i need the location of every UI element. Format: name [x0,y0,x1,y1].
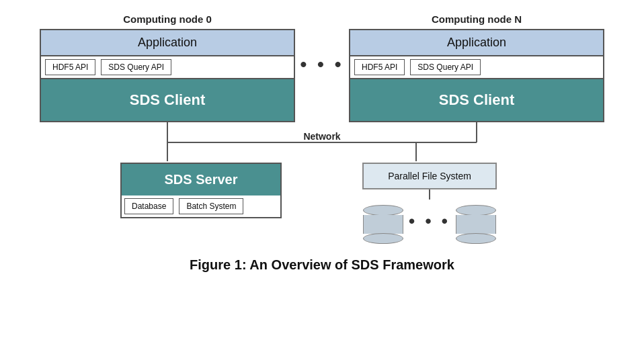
nodeN-app: Application [350,30,603,56]
nodeN-box: Application HDF5 API SDS Query API SDS C… [349,29,604,122]
sds-server-label: SDS Server [122,164,280,195]
server-sub1: Database [124,198,173,214]
cylinder-left [363,205,403,244]
top-row: Computing node 0 Application HDF5 API SD… [20,13,624,122]
nodeN-label: Computing node N [432,13,522,25]
node0-api2: SDS Query API [101,59,171,75]
node0-label: Computing node 0 [123,13,212,25]
node0-box: Application HDF5 API SDS Query API SDS C… [40,29,295,122]
storage-row: • • • [335,205,524,244]
figure-caption: Figure 1: An Overview of SDS Framework [190,257,454,273]
cyl-right-bottom [456,233,496,244]
nodeN-client: SDS Client [350,79,603,121]
middle-dots: • • • [295,13,349,75]
pfs-block: Parallel File System • • • [335,163,524,244]
cyl-left-top [363,205,403,216]
node0-client: SDS Client [41,79,294,121]
computing-node-0: Computing node 0 Application HDF5 API SD… [40,13,295,122]
server-sub2: Batch System [179,198,243,214]
svg-text:Network: Network [303,131,340,142]
nodeN-api2: SDS Query API [410,59,481,75]
pfs-connector [429,189,430,200]
sds-server-block: SDS Server Database Batch System [120,163,282,218]
nodeN-api-row: HDF5 API SDS Query API [350,56,603,79]
cyl-right-body [456,215,496,234]
node0-api1: HDF5 API [45,59,95,75]
storage-dots: • • • [409,211,450,238]
cyl-left-body [363,215,403,234]
pfs-label: Parallel File System [362,163,497,189]
server-api-row: Database Batch System [122,195,280,217]
diagram: Computing node 0 Application HDF5 API SD… [20,13,624,273]
node0-api-row: HDF5 API SDS Query API [41,56,294,79]
sds-server-box: SDS Server Database Batch System [120,163,282,218]
node0-app: Application [41,30,294,56]
nodeN-api1: HDF5 API [354,59,405,75]
cyl-left-bottom [363,233,403,244]
network-svg: Network [20,122,624,163]
bottom-row: SDS Server Database Batch System Paralle… [20,163,624,244]
network-section: Network [20,122,624,163]
computing-node-n: Computing node N Application HDF5 API SD… [349,13,604,122]
cyl-right-top [456,205,496,216]
cylinder-right [456,205,496,244]
